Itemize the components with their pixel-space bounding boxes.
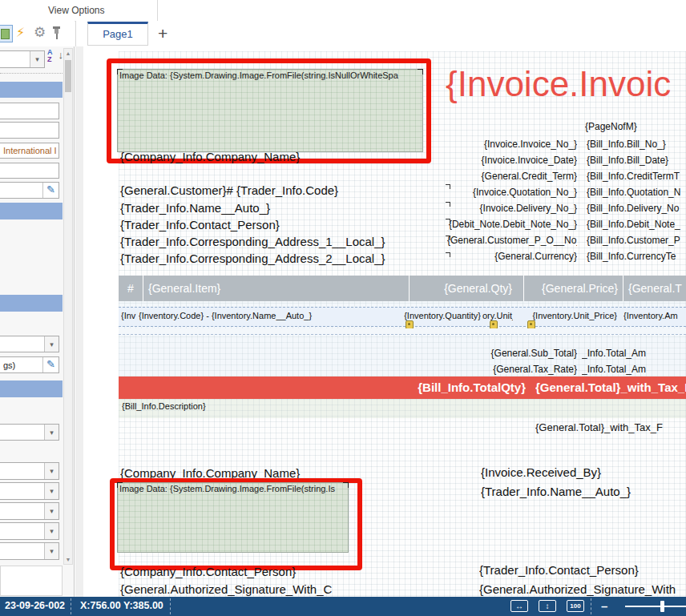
header-cell-num[interactable]: #	[119, 276, 143, 301]
properties-icon	[1, 29, 10, 39]
header-cell-item[interactable]: {General.Item}	[143, 276, 409, 301]
field-label[interactable]: {Invoice.Quotation_No_}	[447, 187, 577, 199]
table-detail-row[interactable]: {Inv {Inventory.Code} - {Inventory.Name_…	[119, 307, 686, 327]
field-label[interactable]: {Bill_Info.Customer_P	[587, 235, 686, 248]
field-label[interactable]: {General.Credit_Term}	[447, 171, 577, 183]
section-header-band[interactable]	[0, 295, 63, 312]
subtotal-label[interactable]: {General.Sub_Total}	[447, 348, 577, 360]
chevron-down-icon[interactable]: ▾	[30, 51, 44, 67]
property-dropdown[interactable]: ▾	[0, 424, 59, 441]
subtotal-value[interactable]: _Info.Total_Am	[582, 348, 686, 360]
fit-width-icon[interactable]: ↔	[510, 600, 528, 612]
chevron-down-icon[interactable]: ▾	[44, 503, 59, 519]
properties-tool-button[interactable]	[0, 25, 13, 42]
add-page-button[interactable]: +	[158, 22, 167, 46]
property-dropdown[interactable]: ▾	[0, 462, 59, 480]
chevron-down-icon[interactable]: ▾	[44, 483, 59, 499]
customer-line[interactable]: {General.Customer}# {Trader_Info.Code}	[120, 183, 450, 199]
customer-line[interactable]: {Trader_Info.Name__Auto_}	[120, 201, 450, 216]
zoom-slider-thumb[interactable]	[660, 601, 664, 612]
company-contact-text[interactable]: {Company_Info.Contact_Person}	[120, 565, 361, 578]
tax-rate-label[interactable]: {General.Tax_Rate}	[447, 364, 577, 376]
tab-page1[interactable]: Page1	[87, 22, 148, 46]
property-input[interactable]	[0, 163, 59, 179]
customer-line[interactable]: {Trader_Info.Corresponding_Address_1__Lo…	[120, 235, 450, 250]
section-header-band[interactable]	[0, 380, 63, 397]
property-dropdown[interactable]: ▾	[0, 522, 59, 540]
property-dropdown[interactable]: ▾	[0, 482, 59, 500]
trader-name-text[interactable]: {Trader_Info.Name__Auto_}	[481, 485, 681, 498]
pencil-icon[interactable]: ✎	[42, 357, 59, 372]
table-header-band[interactable]: # {General.Item} {General.Qty} {General.…	[119, 276, 686, 301]
field-label[interactable]: {Bill_Info.CreditTermT	[587, 171, 686, 183]
field-label[interactable]: {General.Customer_P_O__No_}	[447, 235, 577, 248]
section-header-band[interactable]	[0, 82, 63, 98]
field-label[interactable]: {Bill_Info.CurrencyTe	[587, 251, 686, 264]
company-name-text[interactable]: {Company_Info.Company_Name}	[120, 150, 425, 163]
section-header-band[interactable]	[0, 203, 63, 219]
property-dropdown[interactable]: ▾	[0, 542, 59, 560]
sort-az-icon[interactable]: A Z ↓	[47, 49, 63, 68]
chevron-down-icon[interactable]: ▾	[44, 425, 59, 440]
customer-line[interactable]: {Trader_Info.Corresponding_Address_2__Lo…	[120, 252, 450, 267]
scroll-down-icon[interactable]: ▼	[64, 557, 72, 562]
field-label[interactable]: {Bill_Info.Delivery_No	[587, 203, 686, 215]
property-input-with-editor[interactable]: ✎	[0, 182, 59, 199]
tax-value[interactable]: _Info.Total_Am	[582, 364, 686, 376]
header-cell-qty[interactable]: {General.Qty}	[409, 276, 523, 301]
invoice-title-text[interactable]: {Invoice.Invoic	[446, 64, 686, 104]
property-input-international[interactable]: International I	[0, 143, 59, 159]
customer-line[interactable]: {Trader_Info.Contact_Person}	[120, 218, 450, 233]
property-input-gs[interactable]: gs) ✎	[0, 356, 59, 373]
zoom-out-icon[interactable]: –	[601, 599, 607, 613]
pencil-icon[interactable]: ✎	[42, 183, 59, 198]
pin-icon[interactable]	[52, 26, 62, 40]
lightning-icon[interactable]: ⚡	[16, 25, 25, 40]
total-with-tax-text-2[interactable]: {General.Total}_with_Tax_F	[535, 421, 686, 433]
total-with-tax-text[interactable]: {General.Total}_with_Tax_F	[535, 380, 686, 394]
total-band[interactable]: {Bill_Info.TotalQty} {General.Total}_wit…	[119, 376, 686, 399]
property-dropdown[interactable]: ▾	[0, 502, 59, 520]
received-by-text[interactable]: {Invoice.Received_By}	[481, 465, 681, 479]
bill-description-text[interactable]: {Bill_Info.Description}	[122, 401, 362, 411]
field-label[interactable]: {Invoice.Invoice_No_}	[447, 139, 577, 151]
design-canvas[interactable]: {Invoice.Invoic {PageNofM} {Invoice.Invo…	[75, 46, 686, 597]
field-label[interactable]: {Bill_Info.Debit_Note_	[587, 219, 686, 232]
zoom-slider[interactable]	[625, 606, 686, 607]
signature-image-placeholder[interactable]: Image Data: {System.Drawing.Image.FromFi…	[117, 482, 349, 553]
authorized-signature-right-text[interactable]: {General.Authorized_Signature_With	[479, 582, 686, 596]
fit-height-icon[interactable]: ↕	[539, 600, 556, 612]
scrollbar-thumb[interactable]	[65, 60, 71, 92]
field-label[interactable]: {General.Currency}	[447, 251, 577, 264]
sidebar-scrollbar[interactable]: ▲ ▼	[63, 48, 73, 565]
chevron-down-icon[interactable]: ▾	[44, 543, 59, 559]
field-label[interactable]: {Bill_Info.Quotation_N	[587, 187, 686, 199]
property-combobox[interactable]: ▾	[0, 50, 45, 68]
gear-icon[interactable]: ⚙	[34, 24, 46, 41]
property-input[interactable]	[0, 103, 59, 119]
detail-unit[interactable]: ory.Unit_	[482, 311, 513, 324]
detail-num[interactable]: {Inv	[121, 311, 136, 324]
company-logo-image-placeholder[interactable]: Image Data: {System.Drawing.Image.FromFi…	[117, 69, 423, 152]
zoom-100-icon[interactable]: 100	[567, 600, 584, 612]
detail-amount[interactable]: {Inventory.Am	[623, 311, 686, 324]
field-label[interactable]: {Invoice.Delivery_No_}	[447, 203, 577, 215]
chevron-down-icon[interactable]: ▾	[44, 463, 59, 479]
page-n-of-m-text[interactable]: {PageNofM}	[585, 121, 657, 132]
trader-contact-text[interactable]: {Trader_Info.Contact_Person}	[479, 563, 686, 577]
total-qty-text[interactable]: {Bill_Info.TotalQty}	[359, 380, 526, 394]
detail-item[interactable]: {Inventory.Code} - {Inventory.Name__Auto…	[139, 311, 379, 324]
header-cell-total[interactable]: {General.T	[623, 276, 686, 301]
view-options-menu[interactable]: View Options	[48, 5, 104, 16]
header-cell-price[interactable]: {General.Price}	[523, 276, 623, 301]
field-label[interactable]: {Invoice.Invoice_Date}	[447, 155, 577, 167]
field-label[interactable]: {Bill_Info.Bill_No_}	[587, 139, 686, 151]
property-input[interactable]	[0, 122, 59, 139]
field-label[interactable]: {Bill_Info.Bill_Date}	[587, 155, 686, 167]
field-label[interactable]: {Debit_Note.Debit_Note_No_}	[447, 219, 577, 232]
authorized-signature-left-text[interactable]: {General.Authorized_Signature_With_C	[120, 582, 433, 596]
chevron-down-icon[interactable]: ▾	[44, 336, 59, 352]
chevron-down-icon[interactable]: ▾	[44, 523, 59, 539]
property-dropdown[interactable]: ▾	[0, 336, 59, 352]
scroll-up-icon[interactable]: ▲	[64, 50, 72, 56]
